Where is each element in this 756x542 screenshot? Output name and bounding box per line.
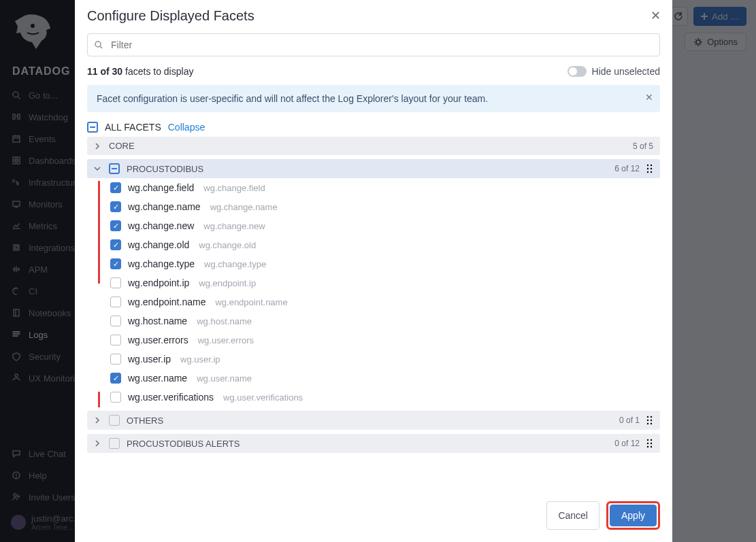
facet-checkbox[interactable] xyxy=(110,335,121,345)
group-name: CORE xyxy=(109,141,135,151)
svg-point-12 xyxy=(647,420,648,421)
facet-checkbox[interactable] xyxy=(110,182,121,193)
facet-row[interactable]: wg.change.name wg.change.name xyxy=(87,197,660,216)
facet-name: wg.user.name xyxy=(128,373,187,384)
svg-point-19 xyxy=(651,443,652,444)
facet-count-text: 11 of 30 facets to display xyxy=(87,66,193,77)
facet-path: wg.user.errors xyxy=(198,335,254,345)
facet-name: wg.change.new xyxy=(128,220,194,231)
facet-row[interactable]: wg.endpoint.name wg.endpoint.name xyxy=(87,292,660,311)
group-checkbox-indeterminate[interactable] xyxy=(109,163,120,174)
facet-path: wg.endpoint.ip xyxy=(199,278,256,288)
collapse-link[interactable]: Collapse xyxy=(168,122,205,133)
facet-row[interactable]: wg.user.name wg.user.name xyxy=(87,369,660,388)
hide-unselected-toggle[interactable]: Hide unselected xyxy=(568,66,660,77)
group-name: PROCUSTODIBUS ALERTS xyxy=(127,439,240,449)
facet-path: wg.change.name xyxy=(210,202,278,212)
apply-button[interactable]: Apply xyxy=(610,505,657,526)
svg-point-14 xyxy=(647,423,648,424)
facet-checkbox[interactable] xyxy=(110,373,121,384)
group-name: OTHERS xyxy=(127,416,163,426)
chevron-icon xyxy=(94,165,102,172)
facet-path: wg.change.field xyxy=(203,183,265,193)
svg-point-8 xyxy=(647,171,648,173)
facet-row[interactable]: wg.change.new wg.change.new xyxy=(87,216,660,235)
facet-path: wg.user.verifications xyxy=(223,392,303,403)
facet-checkbox[interactable] xyxy=(110,277,121,288)
facet-path: wg.change.new xyxy=(203,221,265,231)
svg-point-10 xyxy=(647,416,648,418)
facet-group-header[interactable]: PROCUSTODIBUS ALERTS 0 of 12 xyxy=(87,434,660,453)
drag-handle-icon[interactable] xyxy=(646,416,653,425)
close-icon[interactable]: ✕ xyxy=(648,8,663,23)
group-count: 0 of 12 xyxy=(614,439,640,448)
group-name: PROCUSTODIBUS xyxy=(127,164,203,174)
cancel-button[interactable]: Cancel xyxy=(546,501,599,530)
facet-name: wg.host.name xyxy=(128,316,187,326)
facet-row[interactable]: wg.host.name wg.host.name xyxy=(87,311,660,331)
facet-name: wg.endpoint.name xyxy=(128,297,206,307)
facet-checkbox[interactable] xyxy=(110,354,121,365)
facet-row[interactable]: wg.user.errors wg.user.errors xyxy=(87,331,660,350)
drag-handle-icon[interactable] xyxy=(646,439,653,448)
svg-point-13 xyxy=(651,420,652,421)
chevron-icon xyxy=(94,417,102,424)
svg-point-4 xyxy=(647,165,648,166)
group-count: 6 of 12 xyxy=(614,164,640,173)
drag-handle-icon[interactable] xyxy=(646,164,653,173)
dismiss-icon[interactable]: ✕ xyxy=(645,92,653,103)
svg-point-18 xyxy=(647,443,648,444)
svg-point-11 xyxy=(651,416,652,418)
group-count: 5 of 5 xyxy=(633,141,653,151)
facet-checkbox[interactable] xyxy=(110,297,121,307)
facet-checkbox[interactable] xyxy=(110,258,121,269)
facet-path: wg.change.old xyxy=(199,240,256,250)
svg-point-21 xyxy=(651,446,652,447)
group-count: 0 of 1 xyxy=(619,416,640,425)
all-facets-checkbox-indeterminate[interactable] xyxy=(87,122,98,133)
facet-checkbox[interactable] xyxy=(110,239,121,250)
chevron-icon xyxy=(94,143,102,150)
group-checkbox[interactable] xyxy=(109,415,120,426)
facet-name: wg.user.ip xyxy=(128,354,171,365)
svg-point-9 xyxy=(651,171,652,173)
facet-path: wg.endpoint.name xyxy=(215,297,287,307)
facet-checkbox[interactable] xyxy=(110,316,121,326)
facet-list: wg.change.field wg.change.field wg.chang… xyxy=(87,178,660,407)
toggle-label: Hide unselected xyxy=(592,66,660,77)
apply-highlight: Apply xyxy=(606,501,660,530)
facet-checkbox[interactable] xyxy=(110,392,121,403)
facet-name: wg.change.old xyxy=(128,239,189,250)
facet-row[interactable]: wg.user.verifications wg.user.verificati… xyxy=(87,388,660,407)
facet-row[interactable]: wg.change.type wg.change.type xyxy=(87,254,660,273)
facet-path: wg.user.ip xyxy=(180,354,220,365)
facet-name: wg.endpoint.ip xyxy=(128,277,189,288)
facet-row[interactable]: wg.user.ip wg.user.ip xyxy=(87,350,660,369)
group-checkbox[interactable] xyxy=(109,438,120,449)
facet-row[interactable]: wg.change.field wg.change.field xyxy=(87,178,660,197)
info-banner: Facet configuration is user-specific and… xyxy=(87,85,660,112)
configure-facets-modal: Configure Displayed Facets ✕ 11 of 30 fa… xyxy=(75,0,672,542)
facet-row[interactable]: wg.endpoint.ip wg.endpoint.ip xyxy=(87,273,660,292)
facet-checkbox[interactable] xyxy=(110,220,121,231)
svg-point-17 xyxy=(651,439,652,441)
filter-input[interactable] xyxy=(87,33,660,56)
facet-group-header[interactable]: OTHERS 0 of 1 xyxy=(87,411,660,430)
info-text: Facet configuration is user-specific and… xyxy=(97,93,488,104)
facet-row[interactable]: wg.change.old wg.change.old xyxy=(87,235,660,254)
facet-name: wg.change.type xyxy=(128,258,195,269)
chevron-icon xyxy=(94,440,102,447)
facet-name: wg.user.verifications xyxy=(128,392,214,403)
svg-point-5 xyxy=(651,165,652,166)
svg-point-20 xyxy=(647,446,648,447)
svg-point-7 xyxy=(651,168,652,169)
facet-group-header[interactable]: CORE 5 of 5 xyxy=(87,137,660,155)
all-facets-label: ALL FACETS xyxy=(105,122,161,133)
facet-path: wg.host.name xyxy=(197,316,252,326)
facet-path: wg.change.type xyxy=(204,259,266,269)
search-icon xyxy=(94,40,103,50)
facet-checkbox[interactable] xyxy=(110,201,121,212)
facet-path: wg.user.name xyxy=(197,373,252,384)
toggle-switch[interactable] xyxy=(568,66,587,77)
facet-group-header[interactable]: PROCUSTODIBUS 6 of 12 xyxy=(87,159,660,178)
